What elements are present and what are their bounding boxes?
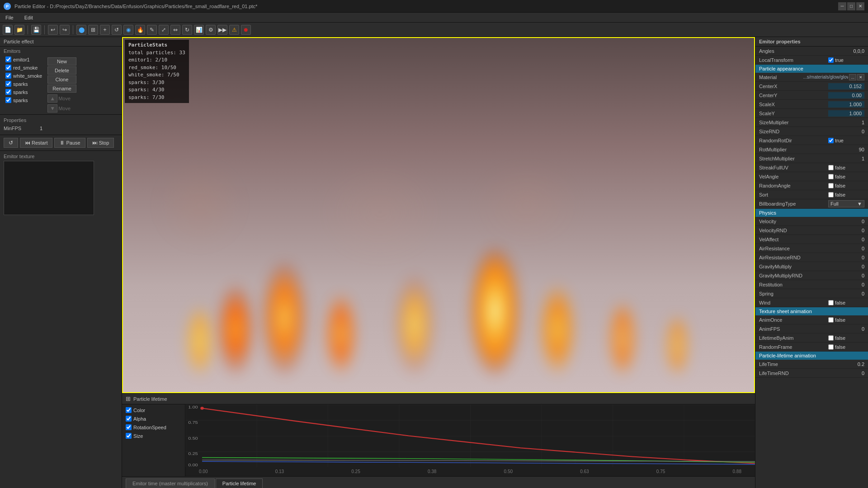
material-clear-button[interactable]: ✕ [857, 74, 864, 80]
delete-button[interactable]: Delete [47, 66, 76, 75]
randomframe-checkbox[interactable] [828, 344, 834, 350]
tb-flame[interactable]: 🔥 [135, 25, 145, 35]
scalex-value[interactable]: 1.000 [828, 101, 864, 108]
grid-icon[interactable]: ⊞ [126, 395, 131, 402]
sort-text: false [835, 192, 845, 197]
tb-move[interactable]: ⤢ [159, 25, 169, 35]
tb-view1[interactable]: ⬤ [76, 25, 86, 35]
menu-edit[interactable]: Edit [21, 14, 37, 21]
sparks2-checkbox[interactable] [5, 89, 11, 95]
tb-add[interactable]: + [100, 25, 110, 35]
randomangle-checkbox[interactable] [828, 183, 834, 188]
centery-value[interactable]: 0.00 [828, 92, 864, 99]
tb-settings[interactable]: ⚙ [206, 25, 216, 35]
reset-button[interactable]: ↺ [4, 138, 18, 148]
restart-button[interactable]: ⏮ Restart [20, 138, 52, 148]
graph-area[interactable]: 1.00 0.75 0.50 0.25 0.00 [185, 404, 755, 476]
material-browse-button[interactable]: ... [849, 74, 856, 80]
emitor-item[interactable]: sparks [4, 88, 44, 96]
tb-arrows[interactable]: ⇔ [170, 25, 180, 35]
wind-text: false [835, 300, 845, 305]
animonce-checkbox[interactable] [828, 317, 834, 323]
menu-file[interactable]: File [2, 14, 17, 21]
particle-lifetime-anim-header[interactable]: Particle-lifetime animation [755, 352, 868, 360]
material-row: Material ...s/materials/glow/glow1.em ..… [755, 73, 868, 82]
particle-appearance-header[interactable]: Particle appearance [755, 65, 868, 73]
tb-undo[interactable]: ↩ [48, 25, 58, 35]
pause-button[interactable]: ⏸ Pause [54, 138, 85, 148]
centerx-value[interactable]: 0.152 [828, 83, 864, 89]
window-controls: ─ □ ✕ [838, 2, 864, 10]
tb-edit[interactable]: ✎ [147, 25, 157, 35]
localtransform-text: true [835, 57, 844, 63]
graph-container: Color Alpha RotationSpeed Size [122, 404, 755, 476]
red-smoke-checkbox[interactable] [5, 65, 11, 70]
minimize-button[interactable]: ─ [838, 2, 846, 10]
emitor-item[interactable]: white_smoke [4, 72, 44, 80]
controls-section: ↺ ⏮ Restart ⏸ Pause ⏭ Stop [0, 135, 122, 151]
tab-particle-lifetime[interactable]: Particle lifetime [216, 479, 263, 488]
wind-value: false [828, 300, 864, 305]
randomrotdir-checkbox[interactable] [828, 138, 834, 143]
tb-warning[interactable]: ⚠ [229, 25, 239, 35]
rename-button[interactable]: Rename [47, 84, 76, 93]
tb-redo[interactable]: ↪ [60, 25, 70, 35]
airresistancernd-label: AirResistanceRND [759, 255, 828, 260]
airresistancernd-value: 0 [828, 255, 864, 260]
sparks3-checkbox[interactable] [5, 97, 11, 103]
material-text: ...s/materials/glow/glow1.em [803, 75, 848, 80]
streakfulluv-checkbox[interactable] [828, 165, 834, 170]
legend-color-item: Color [124, 406, 183, 414]
x-label-3: 0.38 [428, 469, 436, 474]
emitor-item[interactable]: sparks [4, 96, 44, 104]
sparks1-checkbox[interactable] [5, 81, 11, 87]
tb-rotate[interactable]: ↻ [182, 25, 192, 35]
billboardingtype-dropdown[interactable]: Full ▼ [828, 200, 864, 207]
tb-arrow-right[interactable]: ▶▶ [217, 25, 227, 35]
clone-button[interactable]: Clone [47, 75, 76, 84]
centerx-label: CenterX [759, 84, 828, 89]
sizernd-value: 0 [828, 129, 864, 134]
maximize-button[interactable]: □ [847, 2, 855, 10]
texture-preview [4, 161, 94, 215]
move-up-button[interactable]: ▲ [47, 94, 57, 103]
sizernd-label: SizeRND [759, 129, 828, 134]
tb-refresh[interactable]: ↺ [112, 25, 122, 35]
physics-header[interactable]: Physics [755, 209, 868, 217]
emitor1-checkbox[interactable] [5, 56, 11, 62]
emitor-item[interactable]: red_smoke [4, 64, 44, 71]
sort-checkbox[interactable] [828, 192, 834, 197]
scaley-value[interactable]: 1.000 [828, 110, 864, 117]
white-smoke-checkbox[interactable] [5, 73, 11, 79]
color-checkbox[interactable] [126, 407, 132, 413]
physics-label: Physics [759, 210, 776, 216]
tb-save[interactable]: 💾 [31, 25, 41, 35]
lifetimebyanim-checkbox[interactable] [828, 335, 834, 341]
stop-button[interactable]: ⏭ Stop [87, 138, 114, 148]
color-legend-label: Color [133, 408, 145, 413]
close-button[interactable]: ✕ [856, 2, 864, 10]
velangle-checkbox[interactable] [828, 174, 834, 179]
size-checkbox[interactable] [126, 433, 132, 439]
wind-label: Wind [759, 300, 828, 305]
tb-open[interactable]: 📁 [14, 25, 24, 35]
tb-record[interactable]: ⏺ [241, 25, 251, 35]
texture-sheet-header[interactable]: Texture sheet animation [755, 307, 868, 315]
rotation-checkbox[interactable] [126, 424, 132, 430]
alpha-checkbox[interactable] [126, 416, 132, 422]
tb-chart[interactable]: 📊 [194, 25, 204, 35]
toolbar: 📄 📁 💾 ↩ ↪ ⬤ ⊞ + ↺ ◉ 🔥 ✎ ⤢ ⇔ ↻ 📊 ⚙ ▶▶ ⚠ ⏺ [0, 23, 868, 37]
localtransform-checkbox[interactable] [828, 57, 834, 63]
tb-grid[interactable]: ⊞ [88, 25, 98, 35]
tb-new[interactable]: 📄 [3, 25, 13, 35]
move-down-button[interactable]: ▼ [47, 104, 57, 113]
new-button[interactable]: New [47, 57, 76, 66]
tab-emitor-time[interactable]: Emitor time (master multiplicators) [126, 479, 215, 488]
tb-sphere[interactable]: ◉ [123, 25, 133, 35]
viewport-area[interactable]: ParticleStats total particles: 33 emitor… [122, 37, 755, 393]
emitor-item[interactable]: sparks [4, 80, 44, 88]
wind-checkbox[interactable] [828, 300, 834, 305]
svg-point-6 [200, 407, 203, 409]
emitor-item[interactable]: emitor1 [4, 56, 44, 63]
rotmultiplier-label: RotMultiplier [759, 147, 828, 152]
